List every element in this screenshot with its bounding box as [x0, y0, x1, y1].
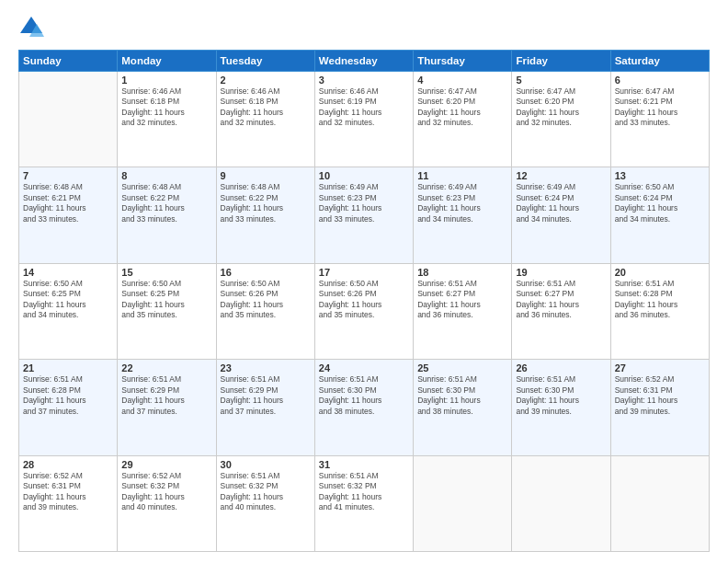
day-number: 16 [221, 267, 311, 278]
day-info: Sunrise: 6:47 AM Sunset: 6:20 PM Dayligh… [516, 86, 606, 129]
day-info: Sunrise: 6:50 AM Sunset: 6:25 PM Dayligh… [23, 279, 113, 321]
calendar-week-row: 14Sunrise: 6:50 AM Sunset: 6:25 PM Dayli… [19, 263, 710, 359]
calendar-day-cell: 18Sunrise: 6:51 AM Sunset: 6:27 PM Dayli… [414, 263, 512, 359]
calendar-day-header: Sunday [19, 51, 118, 72]
calendar-day-header: Saturday [610, 51, 709, 72]
day-number: 31 [319, 459, 409, 470]
day-number: 21 [23, 362, 113, 373]
calendar-week-row: 7Sunrise: 6:48 AM Sunset: 6:21 PM Daylig… [19, 167, 710, 263]
calendar-day-cell: 25Sunrise: 6:51 AM Sunset: 6:30 PM Dayli… [414, 360, 512, 455]
day-info: Sunrise: 6:49 AM Sunset: 6:23 PM Dayligh… [319, 182, 409, 224]
calendar-table: SundayMondayTuesdayWednesdayThursdayFrid… [18, 50, 710, 552]
day-info: Sunrise: 6:48 AM Sunset: 6:22 PM Dayligh… [121, 182, 211, 224]
calendar-day-cell: 6Sunrise: 6:47 AM Sunset: 6:21 PM Daylig… [610, 72, 709, 167]
day-info: Sunrise: 6:51 AM Sunset: 6:29 PM Dayligh… [221, 374, 311, 417]
calendar-day-cell: 2Sunrise: 6:46 AM Sunset: 6:18 PM Daylig… [216, 72, 314, 167]
calendar-day-cell: 29Sunrise: 6:52 AM Sunset: 6:32 PM Dayli… [118, 455, 216, 551]
calendar-day-cell: 23Sunrise: 6:51 AM Sunset: 6:29 PM Dayli… [216, 360, 314, 455]
day-info: Sunrise: 6:51 AM Sunset: 6:28 PM Dayligh… [23, 374, 113, 417]
logo-icon [18, 15, 44, 40]
calendar-header-row: SundayMondayTuesdayWednesdayThursdayFrid… [19, 51, 710, 72]
calendar-day-header: Wednesday [314, 51, 413, 72]
calendar-day-cell: 20Sunrise: 6:51 AM Sunset: 6:28 PM Dayli… [610, 263, 709, 359]
day-info: Sunrise: 6:51 AM Sunset: 6:30 PM Dayligh… [319, 374, 409, 417]
day-number: 27 [615, 362, 705, 373]
day-number: 28 [23, 459, 113, 470]
calendar-week-row: 21Sunrise: 6:51 AM Sunset: 6:28 PM Dayli… [19, 360, 710, 455]
calendar-day-cell: 21Sunrise: 6:51 AM Sunset: 6:28 PM Dayli… [19, 360, 118, 455]
day-info: Sunrise: 6:48 AM Sunset: 6:22 PM Dayligh… [221, 182, 311, 224]
day-info: Sunrise: 6:49 AM Sunset: 6:24 PM Dayligh… [516, 182, 606, 224]
day-number: 24 [319, 362, 409, 373]
calendar-day-cell: 30Sunrise: 6:51 AM Sunset: 6:32 PM Dayli… [216, 455, 314, 551]
calendar-day-cell: 10Sunrise: 6:49 AM Sunset: 6:23 PM Dayli… [314, 167, 413, 263]
calendar-week-row: 28Sunrise: 6:52 AM Sunset: 6:31 PM Dayli… [19, 455, 710, 551]
day-number: 18 [417, 267, 507, 278]
day-info: Sunrise: 6:52 AM Sunset: 6:32 PM Dayligh… [121, 471, 211, 513]
day-number: 9 [221, 170, 311, 181]
calendar-day-cell: 8Sunrise: 6:48 AM Sunset: 6:22 PM Daylig… [118, 167, 216, 263]
day-info: Sunrise: 6:51 AM Sunset: 6:32 PM Dayligh… [319, 471, 409, 513]
calendar-day-header: Thursday [414, 51, 512, 72]
day-number: 8 [121, 170, 211, 181]
day-number: 14 [23, 267, 113, 278]
day-number: 26 [516, 362, 606, 373]
day-info: Sunrise: 6:47 AM Sunset: 6:20 PM Dayligh… [417, 86, 507, 129]
calendar-day-cell: 9Sunrise: 6:48 AM Sunset: 6:22 PM Daylig… [216, 167, 314, 263]
calendar-day-cell: 15Sunrise: 6:50 AM Sunset: 6:25 PM Dayli… [118, 263, 216, 359]
day-number: 23 [221, 362, 311, 373]
calendar-empty-cell [610, 455, 709, 551]
logo [18, 15, 48, 40]
day-info: Sunrise: 6:48 AM Sunset: 6:21 PM Dayligh… [23, 182, 113, 224]
calendar-day-cell: 11Sunrise: 6:49 AM Sunset: 6:23 PM Dayli… [414, 167, 512, 263]
calendar-day-cell: 3Sunrise: 6:46 AM Sunset: 6:19 PM Daylig… [314, 72, 413, 167]
day-number: 10 [319, 170, 409, 181]
day-info: Sunrise: 6:50 AM Sunset: 6:26 PM Dayligh… [319, 279, 409, 321]
day-info: Sunrise: 6:52 AM Sunset: 6:31 PM Dayligh… [23, 471, 113, 513]
day-number: 20 [615, 267, 705, 278]
day-number: 6 [615, 75, 705, 86]
day-number: 22 [121, 362, 211, 373]
day-info: Sunrise: 6:52 AM Sunset: 6:31 PM Dayligh… [615, 374, 705, 417]
day-number: 30 [221, 459, 311, 470]
day-number: 17 [319, 267, 409, 278]
day-info: Sunrise: 6:46 AM Sunset: 6:19 PM Dayligh… [319, 86, 409, 129]
day-number: 15 [121, 267, 211, 278]
calendar-day-cell: 13Sunrise: 6:50 AM Sunset: 6:24 PM Dayli… [610, 167, 709, 263]
day-number: 13 [615, 170, 705, 181]
calendar-day-cell: 5Sunrise: 6:47 AM Sunset: 6:20 PM Daylig… [512, 72, 610, 167]
calendar-day-cell: 7Sunrise: 6:48 AM Sunset: 6:21 PM Daylig… [19, 167, 118, 263]
calendar-day-cell: 1Sunrise: 6:46 AM Sunset: 6:18 PM Daylig… [118, 72, 216, 167]
day-info: Sunrise: 6:50 AM Sunset: 6:24 PM Dayligh… [615, 182, 705, 224]
calendar-day-header: Tuesday [216, 51, 314, 72]
calendar-day-header: Friday [512, 51, 610, 72]
day-info: Sunrise: 6:46 AM Sunset: 6:18 PM Dayligh… [221, 86, 311, 129]
calendar-empty-cell [19, 72, 118, 167]
calendar-day-cell: 17Sunrise: 6:50 AM Sunset: 6:26 PM Dayli… [314, 263, 413, 359]
day-number: 19 [516, 267, 606, 278]
calendar-day-cell: 4Sunrise: 6:47 AM Sunset: 6:20 PM Daylig… [414, 72, 512, 167]
day-info: Sunrise: 6:51 AM Sunset: 6:30 PM Dayligh… [417, 374, 507, 417]
calendar-day-cell: 22Sunrise: 6:51 AM Sunset: 6:29 PM Dayli… [118, 360, 216, 455]
calendar-empty-cell [512, 455, 610, 551]
day-info: Sunrise: 6:49 AM Sunset: 6:23 PM Dayligh… [417, 182, 507, 224]
day-info: Sunrise: 6:51 AM Sunset: 6:27 PM Dayligh… [516, 279, 606, 321]
day-number: 11 [417, 170, 507, 181]
calendar-day-cell: 27Sunrise: 6:52 AM Sunset: 6:31 PM Dayli… [610, 360, 709, 455]
day-info: Sunrise: 6:50 AM Sunset: 6:25 PM Dayligh… [121, 279, 211, 321]
day-number: 5 [516, 75, 606, 86]
day-info: Sunrise: 6:51 AM Sunset: 6:27 PM Dayligh… [417, 279, 507, 321]
calendar-day-cell: 19Sunrise: 6:51 AM Sunset: 6:27 PM Dayli… [512, 263, 610, 359]
day-info: Sunrise: 6:50 AM Sunset: 6:26 PM Dayligh… [221, 279, 311, 321]
header [18, 15, 710, 40]
calendar-day-cell: 28Sunrise: 6:52 AM Sunset: 6:31 PM Dayli… [19, 455, 118, 551]
day-info: Sunrise: 6:51 AM Sunset: 6:28 PM Dayligh… [615, 279, 705, 321]
day-info: Sunrise: 6:51 AM Sunset: 6:29 PM Dayligh… [121, 374, 211, 417]
day-number: 1 [121, 75, 211, 86]
calendar-day-cell: 24Sunrise: 6:51 AM Sunset: 6:30 PM Dayli… [314, 360, 413, 455]
calendar-day-cell: 26Sunrise: 6:51 AM Sunset: 6:30 PM Dayli… [512, 360, 610, 455]
day-info: Sunrise: 6:47 AM Sunset: 6:21 PM Dayligh… [615, 86, 705, 129]
calendar-day-cell: 14Sunrise: 6:50 AM Sunset: 6:25 PM Dayli… [19, 263, 118, 359]
day-number: 3 [319, 75, 409, 86]
day-info: Sunrise: 6:46 AM Sunset: 6:18 PM Dayligh… [121, 86, 211, 129]
